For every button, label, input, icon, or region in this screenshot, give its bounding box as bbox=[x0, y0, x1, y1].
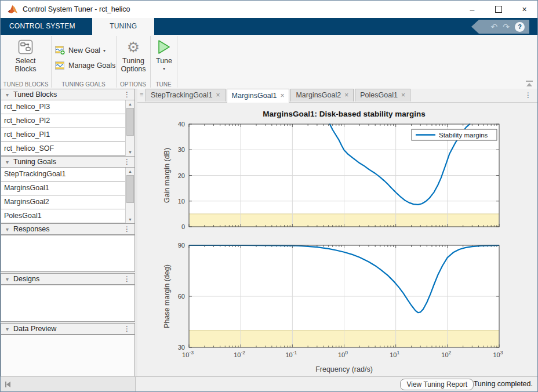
grip-icon: ≡ bbox=[140, 91, 143, 98]
list-item[interactable]: MarginsGoal1 bbox=[1, 182, 125, 195]
kebab-menu-icon[interactable]: ⋮ bbox=[123, 275, 130, 283]
status-message: Tuning completed. bbox=[474, 377, 533, 391]
stability-margins-figure: 010203040Gain margin (dB)MarginsGoal1: D… bbox=[137, 103, 538, 378]
collapse-triangle-icon[interactable]: ▾ bbox=[6, 226, 9, 233]
legend-label: Stability margins bbox=[439, 132, 488, 139]
kebab-menu-icon[interactable]: ⋮ bbox=[123, 225, 130, 233]
close-icon[interactable]: × bbox=[344, 89, 348, 101]
doc-tab-polesgoal1[interactable]: PolesGoal1 × bbox=[355, 89, 410, 101]
scrollbar[interactable]: ▲ ▼ bbox=[125, 168, 134, 223]
collapse-triangle-icon[interactable]: ▾ bbox=[6, 276, 9, 282]
panel-header-designs[interactable]: ▾ Designs ⋮ bbox=[1, 273, 135, 285]
ribbon-tab-tuning[interactable]: TUNING bbox=[92, 18, 154, 35]
tune-label: Tune bbox=[152, 57, 176, 65]
doc-tab-steptrackinggoal1[interactable]: StepTrackingGoal1 × bbox=[146, 89, 226, 101]
list-item[interactable]: rct_helico_SOF bbox=[1, 142, 125, 156]
select-blocks-button[interactable]: Select Blocks bbox=[6, 39, 45, 73]
tuning-options-label: Tuning Options bbox=[118, 57, 148, 73]
x-tick-label: 101 bbox=[390, 350, 399, 358]
y-tick-label: 90 bbox=[178, 242, 185, 249]
legend: Stability margins bbox=[412, 129, 497, 140]
close-icon[interactable]: × bbox=[401, 89, 405, 101]
tuning-options-button[interactable]: ⚙ Tuning Options bbox=[118, 39, 148, 73]
manage-goals-button[interactable]: Manage Goals bbox=[55, 61, 115, 70]
gain-margin-plot: 010203040Gain margin (dB)MarginsGoal1: D… bbox=[163, 110, 499, 230]
phase-margin-plot: 30609010-310-210-1100101102103Frequency … bbox=[163, 242, 503, 373]
y-tick-label: 20 bbox=[178, 172, 185, 179]
status-bar-left bbox=[1, 377, 136, 391]
scroll-up-icon[interactable]: ▲ bbox=[126, 168, 134, 175]
x-tick-label: 10-2 bbox=[234, 350, 245, 358]
y-tick-label: 30 bbox=[178, 344, 185, 351]
list-item[interactable]: rct_helico_PI2 bbox=[1, 114, 125, 128]
scroll-down-icon[interactable]: ▼ bbox=[126, 148, 134, 156]
collapse-triangle-icon[interactable]: ▾ bbox=[6, 92, 9, 98]
collapse-panel-icon[interactable] bbox=[5, 382, 10, 387]
kebab-menu-icon[interactable]: ⋮ bbox=[123, 158, 130, 166]
collapse-up-icon bbox=[526, 83, 532, 86]
view-tuning-report-button[interactable]: View Tuning Report bbox=[400, 379, 474, 390]
y-tick-label: 10 bbox=[178, 198, 185, 205]
list-item[interactable]: MarginsGoal2 bbox=[1, 195, 125, 209]
kebab-menu-icon[interactable]: ⋮ bbox=[123, 90, 130, 99]
help-icon[interactable]: ? bbox=[515, 22, 525, 32]
list-item[interactable]: StepTrackingGoal1 bbox=[1, 168, 125, 182]
scrollbar-thumb[interactable] bbox=[126, 175, 134, 203]
scroll-up-icon[interactable]: ▲ bbox=[126, 100, 134, 108]
data-preview-box bbox=[1, 335, 135, 378]
title-bar: Control System Tuner - rct_helico – × bbox=[1, 1, 537, 18]
y-tick-label: 30 bbox=[178, 146, 185, 153]
y-axis-label: Gain margin (dB) bbox=[163, 148, 171, 203]
kebab-menu-icon[interactable]: ⋮ bbox=[525, 91, 532, 99]
app-window: Control System Tuner - rct_helico – × CO… bbox=[0, 0, 538, 392]
list-item[interactable]: PolesGoal1 bbox=[1, 209, 125, 223]
doc-tab-label: StepTrackingGoal1 bbox=[151, 89, 213, 101]
list-item[interactable]: rct_helico_PI1 bbox=[1, 128, 125, 142]
close-icon[interactable]: × bbox=[280, 89, 284, 103]
panel-title: Tuning Goals bbox=[13, 158, 56, 166]
new-goal-button[interactable]: New Goal ▾ bbox=[55, 46, 106, 55]
new-goal-label: New Goal bbox=[68, 46, 100, 55]
maximize-icon bbox=[495, 6, 502, 13]
ribbon-toolbar: Select Blocks New Goal ▾ Mana bbox=[1, 35, 537, 89]
select-blocks-icon bbox=[18, 39, 33, 55]
group-caption-tune: TUNE bbox=[150, 81, 177, 88]
doc-tab-marginsgoal1[interactable]: MarginsGoal1 × bbox=[227, 89, 290, 103]
scrollbar[interactable]: ▲ ▼ bbox=[125, 100, 134, 156]
status-bar: View Tuning Report Tuning completed. bbox=[1, 376, 537, 391]
panel-header-tuning-goals[interactable]: ▾ Tuning Goals ⋮ bbox=[1, 156, 135, 168]
close-button[interactable]: × bbox=[511, 1, 537, 18]
redo-icon[interactable]: ↷ bbox=[503, 23, 510, 31]
x-axis-label: Frequency (rad/s) bbox=[315, 365, 373, 373]
panel-header-data-preview[interactable]: ▾ Data Preview ⋮ bbox=[1, 323, 135, 335]
kebab-menu-icon[interactable]: ⋮ bbox=[123, 325, 130, 333]
collapse-triangle-icon[interactable]: ▾ bbox=[6, 326, 9, 332]
tune-button[interactable]: Tune ▾ bbox=[152, 39, 176, 71]
doc-tab-marginsgoal2[interactable]: MarginsGoal2 × bbox=[290, 89, 354, 101]
y-tick-label: 0 bbox=[181, 223, 185, 230]
tuning-goals-list: StepTrackingGoal1 MarginsGoal1 MarginsGo… bbox=[1, 168, 135, 224]
collapse-ribbon-button[interactable] bbox=[526, 81, 533, 86]
panel-header-responses[interactable]: ▾ Responses ⋮ bbox=[1, 223, 135, 235]
x-tick-label: 10-1 bbox=[285, 350, 297, 358]
scroll-down-icon[interactable]: ▼ bbox=[126, 216, 134, 223]
y-tick-label: 40 bbox=[178, 121, 185, 128]
undo-icon[interactable]: ↶ bbox=[491, 23, 498, 31]
ribbon-tab-control-system[interactable]: CONTROL SYSTEM bbox=[1, 18, 84, 35]
chart-title: MarginsGoal1: Disk-based stability margi… bbox=[263, 110, 426, 118]
x-tick-label: 102 bbox=[441, 350, 451, 358]
minimize-button[interactable]: – bbox=[459, 1, 485, 18]
maximize-button[interactable] bbox=[485, 1, 511, 18]
collapse-triangle-icon[interactable]: ▾ bbox=[6, 159, 9, 165]
quick-access-toolbar: ↶ ↷ ? bbox=[471, 20, 529, 34]
manage-goals-label: Manage Goals bbox=[68, 61, 115, 70]
list-item[interactable]: rct_helico_PI3 bbox=[1, 100, 125, 114]
figure-area: 010203040Gain margin (dB)MarginsGoal1: D… bbox=[137, 103, 537, 376]
scrollbar-thumb[interactable] bbox=[126, 108, 134, 136]
panel-header-tuned-blocks[interactable]: ▾ Tuned Blocks ⋮ bbox=[1, 89, 135, 100]
doc-tab-label: PolesGoal1 bbox=[360, 89, 398, 101]
tuned-blocks-list: rct_helico_PI3 rct_helico_PI2 rct_helico… bbox=[1, 100, 135, 157]
close-icon[interactable]: × bbox=[216, 89, 220, 101]
doc-tab-label: MarginsGoal2 bbox=[296, 89, 341, 101]
group-caption-tuning-goals: TUNING GOALS bbox=[51, 81, 116, 88]
